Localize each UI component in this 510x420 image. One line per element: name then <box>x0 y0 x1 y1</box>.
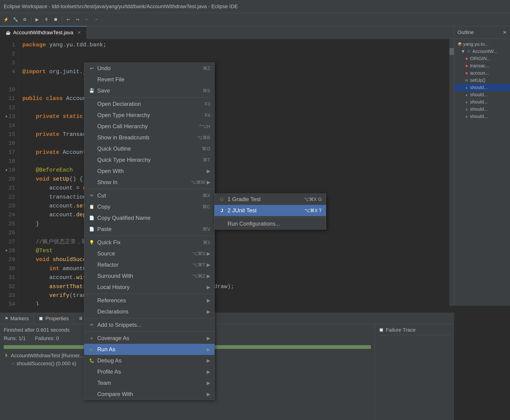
outline-item-should4[interactable]: ▲ should... <box>454 105 510 113</box>
menu-cut[interactable]: ✂ Cut ⌘X <box>84 190 214 201</box>
menu-open-decl[interactable]: Open Declaration F3 <box>84 98 214 110</box>
markers-label: Markers <box>10 315 29 322</box>
menu-add-snippets[interactable]: ✂ Add to Snippets... <box>84 319 214 330</box>
outline-item-accoun[interactable]: ■ accoun... <box>454 69 510 77</box>
submenu-sep <box>214 217 326 217</box>
toolbar-btn-10[interactable]: → <box>92 15 100 24</box>
gradle-test-label: 1 Gradle Test <box>227 196 261 202</box>
menu-undo[interactable]: ↩ Undo ⌘Z <box>84 63 214 74</box>
title-text: Eclipse Workspace - tdd-toolset/src/test… <box>4 3 238 9</box>
menu-coverage-as[interactable]: ● Coverage As ▶ <box>84 333 214 344</box>
menu-sep-2 <box>84 189 214 189</box>
menu-sep-6 <box>84 331 214 332</box>
menu-quick-outline[interactable]: Quick Outline ⌘O <box>84 143 214 154</box>
menu-references[interactable]: References ▶ <box>84 295 214 306</box>
menu-compare-with[interactable]: Compare With ▶ <box>84 389 214 400</box>
run-as-icon: ▶ <box>88 347 95 352</box>
editor-tab-close[interactable]: ✕ <box>77 30 81 35</box>
menu-open-call-hier[interactable]: Open Call Hierarchy ^⌥H <box>84 121 214 132</box>
outline-should4-label: should... <box>470 106 488 112</box>
toolbar-btn-9[interactable]: ← <box>83 15 91 24</box>
menu-show-breadcrumb[interactable]: Show in Breadcrumb ⌥⌘B <box>84 132 214 143</box>
run-configs-label: Run Configurations... <box>227 220 280 227</box>
field-icon-1: ■ <box>464 57 469 61</box>
menu-source[interactable]: Source ⌥⌘S ▶ <box>84 248 214 259</box>
menu-refactor[interactable]: Refactor ⌥⌘T ▶ <box>84 259 214 270</box>
outline-item-package[interactable]: 📦 yang.yu.to... <box>454 41 510 48</box>
method-icon-5: ▲ <box>464 114 469 119</box>
method-icon-setup: m <box>464 78 469 82</box>
failure-trace-label: Failure Trace <box>386 327 416 333</box>
tab-properties[interactable]: 🔲 Properties <box>34 313 73 324</box>
outline-item-should1[interactable]: ▲ should... <box>454 84 510 91</box>
show-breadcrumb-label: Show in Breadcrumb <box>97 134 149 141</box>
code-area[interactable]: 1 2 3 4 10 11 12 ●13 14 15 16 17 18 ●19 … <box>0 39 454 306</box>
menu-debug-as[interactable]: 🐛 Debug As ▶ <box>84 355 214 366</box>
junit-test-label: 2 JUnit Test <box>227 207 257 214</box>
toolbar-btn-8[interactable]: ↪ <box>73 15 82 24</box>
paste-icon: 📄 <box>88 226 95 232</box>
code-content[interactable]: package yang.yu.tdd.bank; @import org.ju… <box>19 39 449 306</box>
refactor-shortcut: ⌥⌘T <box>193 262 205 268</box>
copy-icon: 📋 <box>88 204 95 209</box>
outline-item-should3[interactable]: ▲ should... <box>454 98 510 105</box>
coverage-icon: ● <box>88 336 95 341</box>
outline-should5-label: should... <box>470 114 488 119</box>
save-icon: 💾 <box>88 88 95 93</box>
junit-shortcut: ⌥⌘X T <box>304 208 322 213</box>
menu-show-in[interactable]: Show In ⌥⌘W ▶ <box>84 177 214 188</box>
quick-outline-label: Quick Outline <box>97 145 131 152</box>
editor-scrollbar[interactable] <box>449 39 454 306</box>
outline-item-origin[interactable]: ■ ORIGIN... <box>454 55 510 62</box>
outline-should1-label: should... <box>470 85 488 90</box>
toolbar-btn-1[interactable]: ⚡ <box>2 15 10 24</box>
menu-open-with[interactable]: Open With ▶ <box>84 165 214 177</box>
outline-item-transac[interactable]: ■ transac... <box>454 62 510 69</box>
coverage-arrow: ▶ <box>207 335 210 341</box>
menu-quick-fix[interactable]: 💡 Quick Fix ⌘1 <box>84 237 214 248</box>
main-layout: ☕ AccountWithdrawTest.java ✕ 1 2 3 4 10 … <box>0 26 510 306</box>
toolbar-btn-4[interactable]: ▶ <box>33 15 41 24</box>
tab-markers[interactable]: ⚑ Markers <box>0 313 34 324</box>
breadcrumb-shortcut: ⌥⌘B <box>197 135 210 140</box>
outline-item-setup[interactable]: m setUp() <box>454 77 510 84</box>
outline-item-should2[interactable]: ▲ should... <box>454 91 510 98</box>
menu-quick-type-hier[interactable]: Quick Type Hierarchy ⌘T <box>84 154 214 165</box>
outline-item-class[interactable]: ▼ C AccountW... <box>454 48 510 55</box>
quick-fix-label: Quick Fix <box>97 239 121 246</box>
menu-copy-qualified[interactable]: 📄 Copy Qualified Name <box>84 212 214 224</box>
outline-close[interactable]: ✕ <box>503 30 507 35</box>
method-icon-3: ▲ <box>464 100 469 104</box>
outline-item-should5[interactable]: ▲ should... <box>454 113 510 120</box>
menu-paste[interactable]: 📄 Paste ⌘V <box>84 224 214 235</box>
menu-surround-with[interactable]: Surround With ⌥⌘Z ▶ <box>84 270 214 282</box>
toolbar-btn-5[interactable]: ⏸ <box>42 15 51 24</box>
snippets-icon: ✂ <box>88 322 95 328</box>
compare-arrow: ▶ <box>207 391 210 397</box>
outline-item-package-label: yang.yu.to... <box>463 41 488 47</box>
editor-tab-main[interactable]: ☕ AccountWithdrawTest.java ✕ <box>0 26 87 39</box>
debug-as-label: Debug As <box>97 357 122 364</box>
menu-open-type-hier[interactable]: Open Type Hierarchy F4 <box>84 110 214 121</box>
toolbar-btn-7[interactable]: ↩ <box>64 15 72 24</box>
menu-copy[interactable]: 📋 Copy ⌘C <box>84 201 214 212</box>
menu-run-as[interactable]: ▶ Run As ▶ <box>84 344 214 355</box>
submenu-run-configs[interactable]: Run Configurations... <box>214 218 326 229</box>
run-as-label: Run As <box>97 346 115 353</box>
quick-type-label: Quick Type Hierarchy <box>97 157 151 163</box>
outline-origin-label: ORIGIN... <box>470 56 491 61</box>
menu-save[interactable]: 💾 Save ⌘S <box>84 85 214 96</box>
submenu-junit-test[interactable]: J 2 JUnit Test ⌥⌘X T <box>214 205 326 216</box>
source-arrow: ▶ <box>207 251 210 256</box>
menu-local-history[interactable]: Local History ▶ <box>84 282 214 293</box>
toolbar-btn-6[interactable]: ⏹ <box>52 15 60 24</box>
toolbar-btn-2[interactable]: 🔧 <box>11 15 20 24</box>
menu-declarations[interactable]: Declarations ▶ <box>84 306 214 317</box>
add-snippets-label: Add to Snippets... <box>97 322 141 328</box>
menu-profile-as[interactable]: Profile As ▶ <box>84 366 214 377</box>
submenu-gradle-test[interactable]: G 1 Gradle Test ⌥⌘X G <box>214 194 326 205</box>
menu-revert[interactable]: Revert File <box>84 74 214 85</box>
declarations-arrow: ▶ <box>207 309 210 315</box>
toolbar-btn-3[interactable]: ⚙ <box>21 15 29 24</box>
menu-team[interactable]: Team ▶ <box>84 377 214 389</box>
